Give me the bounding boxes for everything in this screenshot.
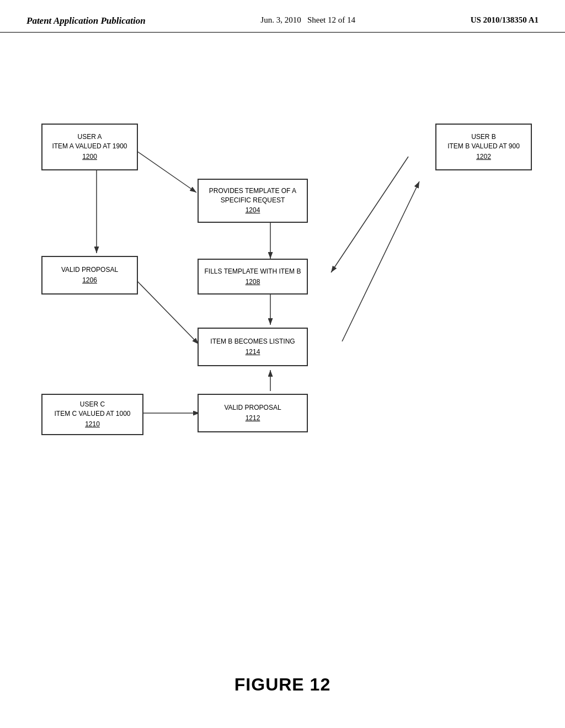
box-user-c: USER C ITEM C VALUED AT 1000 1210 <box>41 394 143 435</box>
box-user-a: USER A ITEM A VALUED AT 1900 1200 <box>41 124 138 170</box>
page-header: Patent Application Publication Jun. 3, 2… <box>0 0 565 33</box>
svg-line-7 <box>342 181 419 341</box>
box-valid-proposal-1206: VALID PROPOSAL 1206 <box>41 256 138 295</box>
box-provides-template: PROVIDES TEMPLATE OF A SPECIFIC REQUEST … <box>198 179 308 223</box>
diagram-area: USER A ITEM A VALUED AT 1900 1200 USER B… <box>0 44 565 540</box>
box-user-b: USER B ITEM B VALUED AT 900 1202 <box>435 124 532 170</box>
svg-line-1 <box>137 151 196 192</box>
box-item-b-listing: ITEM B BECOMES LISTING 1214 <box>198 328 308 366</box>
box-fills-template: FILLS TEMPLATE WITH ITEM B 1208 <box>198 259 308 295</box>
box-valid-proposal-1212: VALID PROPOSAL 1212 <box>198 394 308 432</box>
header-date-sheet: Jun. 3, 2010 Sheet 12 of 14 <box>260 15 355 25</box>
publication-title: Patent Application Publication <box>26 15 146 26</box>
svg-line-5 <box>137 281 199 344</box>
svg-line-3 <box>331 157 408 272</box>
figure-caption: FIGURE 12 <box>0 675 565 695</box>
patent-number: US 2010/138350 A1 <box>471 15 539 25</box>
